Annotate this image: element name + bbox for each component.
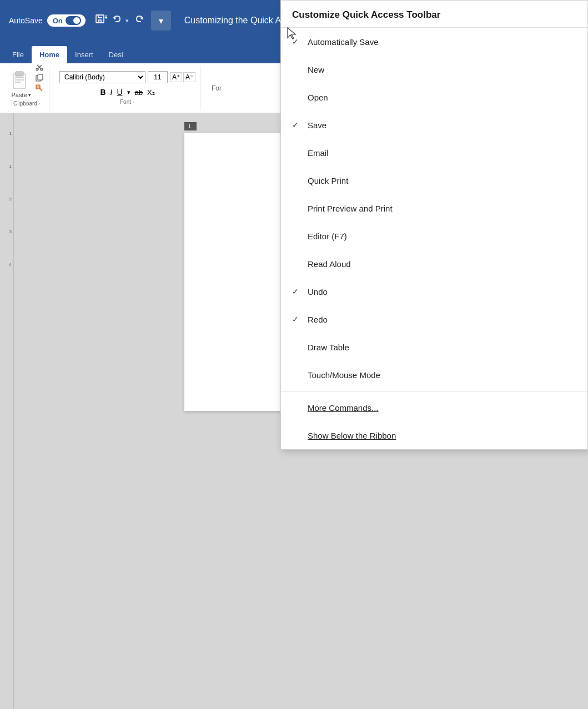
undo-arrow-icon[interactable]: ▾ xyxy=(125,17,129,24)
menu-item-label-redo: Redo xyxy=(308,315,576,324)
svg-rect-0 xyxy=(96,15,104,23)
font-group-label: Font xyxy=(120,99,131,105)
toggle-on-label: On xyxy=(53,17,63,25)
format-painter-icon xyxy=(36,84,43,92)
menu-item-label-quick-print: Quick Print xyxy=(308,176,576,185)
check-mark-save: ✓ xyxy=(292,120,308,129)
svg-rect-13 xyxy=(38,74,43,80)
customize-quick-access-dropdown: Customize Quick Access Toolbar ✓ Automat… xyxy=(280,0,588,450)
svg-rect-6 xyxy=(15,79,24,81)
paste-button[interactable]: Paste ▾ xyxy=(11,69,31,98)
menu-item-undo[interactable]: ✓ Undo xyxy=(281,278,587,305)
menu-item-touch-mouse-mode[interactable]: Touch/Mouse Mode xyxy=(281,361,587,389)
decrease-font-button[interactable]: A⁻ xyxy=(183,72,195,82)
font-expand-icon[interactable]: ⬝ xyxy=(132,99,135,105)
save-to-cloud-icon[interactable] xyxy=(94,13,108,29)
font-group: Calibri (Body) A⁺ A⁻ B I U ▾ ab X₂ Font … xyxy=(55,66,200,110)
quick-access-toolbar-icons: ▾ xyxy=(94,13,144,29)
cut-button[interactable] xyxy=(36,64,43,72)
dropdown-title: Customize Quick Access Toolbar xyxy=(281,1,587,28)
menu-item-label-undo: Undo xyxy=(308,287,576,296)
menu-item-email[interactable]: Email xyxy=(281,139,587,167)
bold-button[interactable]: B xyxy=(100,88,105,97)
page-tab: L xyxy=(184,122,197,130)
menu-item-label-read-aloud: Read Aloud xyxy=(308,259,576,269)
tab-insert[interactable]: Insert xyxy=(67,46,101,63)
paste-dropdown-arrow[interactable]: ▾ xyxy=(28,92,31,98)
svg-rect-4 xyxy=(16,72,23,76)
menu-item-label-email: Email xyxy=(308,148,576,158)
menu-item-open[interactable]: Open xyxy=(281,83,587,111)
menu-item-label-new: New xyxy=(308,65,576,74)
clipboard-group: Paste ▾ xyxy=(6,66,49,110)
autosave-toggle[interactable]: On xyxy=(47,14,86,27)
strikethrough-button[interactable]: ab xyxy=(135,88,143,97)
svg-rect-1 xyxy=(99,20,101,23)
menu-item-more-commands[interactable]: More Commands... xyxy=(281,394,587,421)
ruler-mark-5: 4 xyxy=(0,262,13,267)
paste-icon xyxy=(11,69,31,92)
menu-item-read-aloud[interactable]: Read Aloud xyxy=(281,250,587,278)
menu-item-save[interactable]: ✓ Save xyxy=(281,111,587,139)
format-painter-button[interactable] xyxy=(36,84,43,92)
tab-file[interactable]: File xyxy=(4,46,32,63)
svg-rect-7 xyxy=(15,82,21,83)
cut-copy-format-group xyxy=(36,64,43,92)
increase-font-button[interactable]: A⁺ xyxy=(170,72,182,82)
menu-item-label-show-below-ribbon: Show Below the Ribbon xyxy=(308,431,576,440)
check-mark-automatically-save: ✓ xyxy=(292,37,308,46)
tab-home[interactable]: Home xyxy=(32,46,67,63)
menu-item-label-automatically-save: Automatically Save xyxy=(308,37,576,47)
menu-item-label-draw-table: Draw Table xyxy=(308,343,576,352)
menu-item-label-save: Save xyxy=(308,120,576,130)
copy-button[interactable] xyxy=(36,74,43,82)
vertical-ruler: 1 1 2 3 4 xyxy=(0,113,14,709)
menu-item-label-open: Open xyxy=(308,93,576,102)
window-title: Customizing the Quick Acc xyxy=(184,16,290,26)
customize-quick-access-button[interactable]: ▾ xyxy=(151,11,171,31)
svg-rect-5 xyxy=(15,77,24,78)
menu-item-new[interactable]: New xyxy=(281,56,587,83)
check-mark-redo: ✓ xyxy=(292,315,308,324)
toggle-switch-indicator xyxy=(66,16,81,25)
paste-label: Paste xyxy=(11,92,27,98)
tab-design[interactable]: Desi xyxy=(101,46,131,63)
ruler-mark-3: 2 xyxy=(0,197,13,202)
subscript-button[interactable]: X₂ xyxy=(147,88,155,97)
menu-item-automatically-save[interactable]: ✓ Automatically Save xyxy=(281,28,587,56)
autosave-label: AutoSave xyxy=(9,16,43,25)
cut-icon xyxy=(36,64,43,72)
check-mark-undo: ✓ xyxy=(292,287,308,296)
dropdown-divider xyxy=(281,391,587,391)
menu-item-quick-print[interactable]: Quick Print xyxy=(281,167,587,194)
redo-icon[interactable] xyxy=(133,14,144,28)
menu-item-label-touch-mouse-mode: Touch/Mouse Mode xyxy=(308,370,576,380)
format-group-label: For xyxy=(212,84,222,92)
dropdown-arrow-icon: ▾ xyxy=(159,16,163,26)
underline-dropdown-icon[interactable]: ▾ xyxy=(127,89,130,96)
svg-line-15 xyxy=(39,88,42,91)
clipboard-expand-icon[interactable]: ⬝ xyxy=(38,101,41,107)
font-size-arrows: A⁺ A⁻ xyxy=(170,72,195,82)
menu-item-draw-table[interactable]: Draw Table xyxy=(281,333,587,361)
menu-item-label-editor: Editor (F7) xyxy=(308,232,576,241)
ruler-mark-1: 1 xyxy=(0,131,13,136)
menu-item-show-below-ribbon[interactable]: Show Below the Ribbon xyxy=(281,421,587,449)
format-group: For xyxy=(206,66,227,110)
italic-button[interactable]: I xyxy=(110,88,113,97)
font-size-input[interactable] xyxy=(148,71,168,83)
ruler-mark-2: 1 xyxy=(0,164,13,169)
underline-button[interactable]: U xyxy=(117,88,122,97)
menu-item-label-print-preview: Print Preview and Print xyxy=(308,204,576,213)
menu-item-label-more-commands: More Commands... xyxy=(308,403,576,413)
menu-item-redo[interactable]: ✓ Redo xyxy=(281,305,587,333)
undo-icon[interactable] xyxy=(112,14,123,28)
copy-icon xyxy=(36,74,43,82)
font-name-select[interactable]: Calibri (Body) xyxy=(59,71,145,83)
menu-item-editor[interactable]: Editor (F7) xyxy=(281,222,587,250)
menu-item-print-preview[interactable]: Print Preview and Print xyxy=(281,194,587,222)
clipboard-group-label: Clipboard xyxy=(13,100,37,107)
ruler-mark-4: 3 xyxy=(0,229,13,234)
